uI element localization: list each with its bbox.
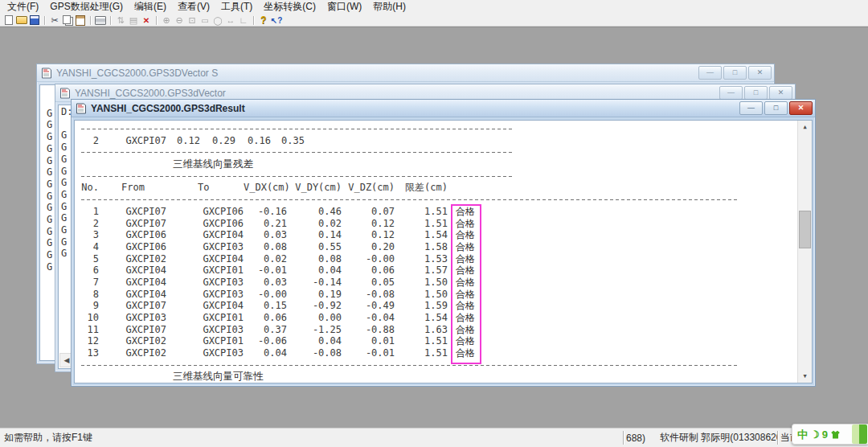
menu-item-help[interactable]: 帮助(H) [367, 0, 411, 15]
angle-icon [237, 15, 250, 26]
dashed-divider [78, 194, 798, 206]
table-cell: 0.29 [200, 135, 235, 147]
context-help-icon[interactable] [270, 15, 283, 26]
table-cell: 8 [78, 289, 99, 301]
table-cell: GXCPI01 [166, 265, 244, 277]
delete-vector-icon[interactable] [140, 15, 153, 26]
result-text-area: 2GXCPI070.120.290.160.35 三维基线向量残差 No.Fro… [75, 121, 798, 383]
table-cell: 1.53 [395, 253, 448, 265]
ime-status-band[interactable] [852, 424, 867, 444]
menu-item-tools[interactable]: 工具(T) [215, 0, 258, 15]
menu-item-window[interactable]: 窗口(W) [321, 0, 367, 15]
help-icon[interactable] [257, 15, 270, 26]
table-cell: 0.15 [244, 300, 287, 312]
table-cell: GXCPI07 [99, 300, 166, 312]
dashed-divider [78, 146, 798, 158]
print-icon[interactable] [94, 15, 107, 26]
table-cell: -0.04 [342, 312, 395, 324]
scrollbar-thumb[interactable] [799, 211, 811, 248]
table-row: 1GXCPI07GXCPI06-0.160.460.071.51合格 [78, 206, 798, 218]
new-icon[interactable] [2, 15, 15, 26]
maximize-button[interactable]: □ [723, 66, 747, 80]
scroll-down-button[interactable]: ▼ [798, 370, 812, 383]
minimize-button[interactable]: — [739, 101, 763, 115]
table-cell: No. [78, 182, 99, 194]
ime-mode-icon[interactable]: 中 [797, 429, 808, 440]
copy-icon[interactable] [61, 15, 74, 26]
table-cell: 合格 [448, 300, 483, 312]
table-cell: 0.14 [287, 229, 342, 241]
menu-item-file[interactable]: 文件(F) [2, 0, 44, 15]
close-button[interactable]: ✕ [748, 66, 772, 80]
table-cell: 0.03 [244, 229, 287, 241]
table-cell: -0.08 [287, 347, 342, 359]
table-cell: 3 [78, 229, 99, 241]
table-cell: 1.51 [395, 218, 448, 230]
cut-icon[interactable] [48, 15, 61, 26]
table-cell: GXCPI06 [166, 206, 244, 218]
save-icon[interactable] [28, 15, 41, 26]
paste-icon[interactable] [74, 15, 87, 26]
menu-item-gps-data-processing[interactable]: GPS数据处理(G) [44, 0, 129, 15]
table-cell: GXCPI07 [99, 218, 166, 230]
window-titlebar-back[interactable]: YANSHI_CGCS2000.GPS3DVector S — □ ✕ [37, 64, 774, 82]
table-cell: From [99, 182, 166, 194]
table-cell: GXCPI04 [99, 265, 166, 277]
status-credit: 软件研制 郭际明(01330862079 [660, 431, 777, 445]
table-cell: 2 [78, 218, 99, 230]
table-cell: GXCPI01 [166, 335, 244, 347]
table-header-row: No.FromToV_DX(cm)V_DY(cm)V_DZ(cm)限差(cm) [78, 182, 798, 194]
table-cell: 0.06 [342, 265, 395, 277]
table-cell: V_DY(cm) [287, 182, 342, 194]
table-cell: 合格 [448, 265, 483, 277]
toolbar-separator [253, 16, 254, 25]
minimize-button[interactable]: — [719, 86, 743, 100]
ime-skin-shirt-icon[interactable] [830, 429, 841, 440]
toolbar-separator [156, 16, 157, 25]
table-cell: 6 [78, 265, 99, 277]
window-titlebar-front[interactable]: YANSHI_CGCS2000.GPS3dResult — □ ✕ [72, 100, 815, 117]
table-row: 13GXCPI02GXCPI030.04-0.08-0.011.51合格 [78, 347, 798, 359]
table-cell: GXCPI06 [99, 229, 166, 241]
close-button[interactable]: ✕ [769, 86, 792, 100]
maximize-button[interactable]: □ [744, 86, 768, 100]
table-cell: 0.55 [287, 241, 342, 253]
table-cell: 0.21 [244, 218, 287, 230]
table-cell: 7 [78, 277, 99, 289]
scroll-up-button[interactable]: ▲ [798, 121, 812, 133]
table-cell: -0.06 [244, 335, 287, 347]
close-button[interactable]: ✕ [789, 101, 813, 115]
table-cell: GXCPI03 [99, 312, 166, 324]
table-cell: 限差(cm) [395, 182, 448, 194]
ime-fullwidth-moon-icon[interactable]: ☽ [810, 429, 820, 440]
ime-punctuation-icon[interactable]: 9 [822, 429, 828, 440]
vertical-scrollbar[interactable]: ▲ ▼ [797, 121, 812, 383]
table-cell: 0.04 [287, 265, 342, 277]
table-row: 4GXCPI06GXCPI030.080.550.201.58合格 [78, 241, 798, 253]
table-cell: GXCPI01 [166, 312, 244, 324]
table-cell: 1.54 [395, 229, 448, 241]
maximize-button[interactable]: □ [764, 101, 788, 115]
table-cell: 11 [78, 324, 99, 336]
ime-language-bar: 中 ☽ 9 [792, 424, 868, 445]
baseline-list-icon [127, 15, 140, 26]
toolbar [0, 14, 868, 27]
document-icon [41, 68, 52, 79]
minimize-button[interactable]: — [698, 66, 722, 80]
menu-item-edit[interactable]: 编辑(E) [129, 0, 172, 15]
open-icon[interactable] [15, 15, 28, 26]
menu-item-coordinate-transform[interactable]: 坐标转换(C) [258, 0, 321, 15]
table-row: 3GXCPI06GXCPI040.030.140.121.54合格 [78, 229, 798, 241]
status-help-text: 如需帮助，请按F1键 [0, 429, 623, 447]
table-cell: 12 [78, 335, 99, 347]
table-cell: -0.88 [342, 324, 395, 336]
table-cell: 4 [78, 241, 99, 253]
table-cell: V_DZ(cm) [342, 182, 395, 194]
window-title: YANSHI_CGCS2000.GPS3dResult [91, 103, 738, 114]
menu-item-view[interactable]: 查看(V) [172, 0, 215, 15]
table-cell: 合格 [448, 206, 483, 218]
table-cell: 0.05 [342, 277, 395, 289]
table-cell: 0.02 [287, 218, 342, 230]
table-cell: -0.01 [342, 347, 395, 359]
dashed-divider [78, 123, 798, 135]
